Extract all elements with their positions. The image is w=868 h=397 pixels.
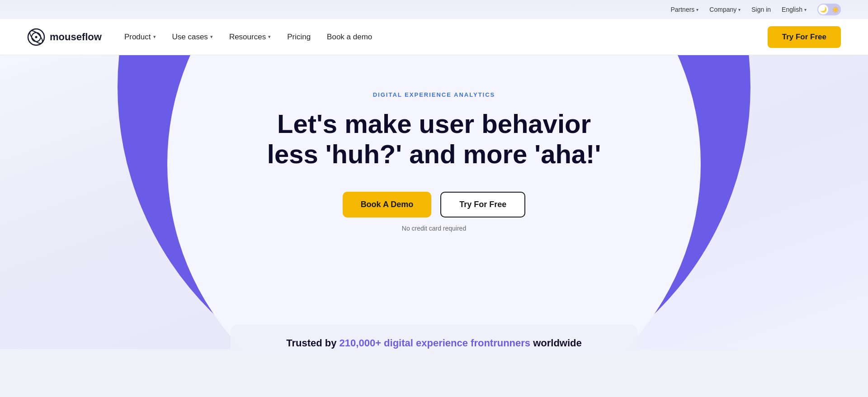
- hero-title: Let's make user behavior less 'huh?' and…: [267, 109, 601, 169]
- hero-section: DIGITAL EXPERIENCE ANALYTICS Let's make …: [0, 55, 868, 349]
- company-chevron: ▾: [738, 7, 741, 12]
- logo-icon: [27, 28, 45, 46]
- company-menu[interactable]: Company ▾: [709, 6, 741, 13]
- hero-title-line2: less 'huh?' and more 'aha!': [267, 139, 601, 169]
- trusted-text: Trusted by 210,000+ digital experience f…: [252, 337, 616, 349]
- signin-link[interactable]: Sign in: [751, 6, 771, 13]
- trusted-after: worldwide: [530, 337, 582, 349]
- nav-resources[interactable]: Resources ▾: [229, 33, 271, 42]
- try-free-button[interactable]: Try For Free: [440, 192, 525, 217]
- no-credit-card-text: No credit card required: [402, 225, 466, 232]
- trusted-section: Trusted by 210,000+ digital experience f…: [231, 325, 637, 349]
- nav-book-demo[interactable]: Book a demo: [327, 33, 372, 42]
- signin-label: Sign in: [751, 6, 771, 13]
- hero-content: DIGITAL EXPERIENCE ANALYTICS Let's make …: [267, 55, 601, 232]
- language-label: English: [782, 6, 802, 13]
- main-nav: mouseflow Product ▾ Use cases ▾ Resource…: [0, 19, 868, 55]
- toggle-sun: ☀️: [832, 6, 839, 13]
- resources-label: Resources: [229, 33, 266, 42]
- company-label: Company: [709, 6, 736, 13]
- nav-pricing[interactable]: Pricing: [287, 33, 311, 42]
- use-cases-label: Use cases: [172, 33, 208, 42]
- nav-try-free-button[interactable]: Try For Free: [768, 26, 841, 48]
- hero-title-line1: Let's make user behavior: [277, 109, 591, 138]
- nav-links: Product ▾ Use cases ▾ Resources ▾ Pricin…: [124, 33, 768, 42]
- trusted-highlight: 210,000+ digital experience frontrunners: [340, 337, 530, 349]
- language-selector[interactable]: English ▾: [782, 6, 807, 13]
- book-demo-button[interactable]: Book A Demo: [343, 192, 432, 217]
- product-label: Product: [124, 33, 151, 42]
- product-chevron: ▾: [153, 34, 156, 40]
- logo[interactable]: mouseflow: [27, 28, 102, 46]
- nav-product[interactable]: Product ▾: [124, 33, 156, 42]
- svg-point-3: [35, 36, 38, 38]
- partners-label: Partners: [670, 6, 694, 13]
- pricing-label: Pricing: [287, 33, 311, 42]
- toggle-knob: 🌙: [818, 5, 828, 14]
- nav-use-cases[interactable]: Use cases ▾: [172, 33, 213, 42]
- partners-menu[interactable]: Partners ▾: [670, 6, 698, 13]
- theme-toggle[interactable]: 🌙 ☀️: [817, 4, 841, 15]
- top-utility-bar: Partners ▾ Company ▾ Sign in English ▾ 🌙…: [0, 0, 868, 19]
- language-chevron: ▾: [804, 7, 807, 12]
- logo-text: mouseflow: [50, 31, 102, 43]
- partners-chevron: ▾: [696, 7, 698, 12]
- use-cases-chevron: ▾: [210, 34, 213, 40]
- hero-buttons: Book A Demo Try For Free: [343, 192, 526, 217]
- hero-eyebrow: DIGITAL EXPERIENCE ANALYTICS: [373, 91, 495, 98]
- book-demo-label: Book a demo: [327, 33, 372, 42]
- resources-chevron: ▾: [268, 34, 271, 40]
- trusted-before: Trusted by: [286, 337, 339, 349]
